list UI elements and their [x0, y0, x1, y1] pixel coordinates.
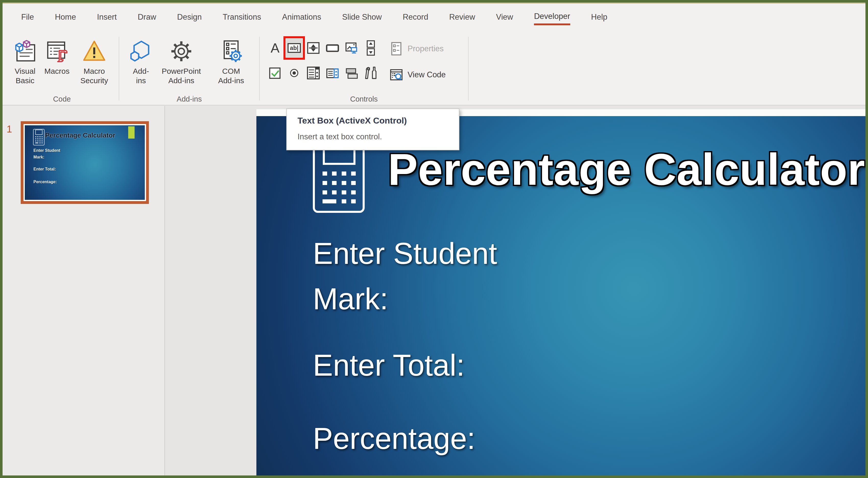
thumbnail-slide-title: Percentage Calculator — [45, 131, 140, 139]
list-box-control-icon — [306, 66, 320, 80]
code-group-label: Code — [5, 95, 119, 103]
app-window: File Home Insert Draw Design Transitions… — [3, 3, 865, 475]
slide-body-text[interactable]: Percentage: — [313, 421, 475, 456]
slide-1-thumbnail[interactable]: Percentage Calculator Enter Student Mark… — [21, 121, 149, 204]
properties-button[interactable]: Properties — [389, 41, 445, 57]
com-add-ins-button[interactable]: COM Add-ins — [207, 36, 256, 85]
view-code-icon — [389, 68, 404, 81]
powerpoint-add-ins-icon — [169, 36, 193, 66]
more-controls-icon — [364, 66, 377, 80]
tab-design[interactable]: Design — [167, 12, 213, 24]
macro-security-icon — [82, 36, 106, 66]
tab-transitions[interactable]: Transitions — [212, 12, 272, 24]
thumbnail-body-text: Percentage: — [33, 180, 57, 184]
calculator-icon — [32, 129, 45, 146]
command-button-control-button[interactable] — [324, 39, 341, 57]
thumbnail-body-text: Mark: — [33, 155, 44, 160]
view-code-label: View Code — [408, 70, 445, 79]
slide-editing-canvas[interactable]: Percentage Calculator Enter Student Mark… — [256, 116, 865, 475]
more-controls-button[interactable] — [363, 64, 379, 82]
slide-body-text[interactable]: Mark: — [313, 282, 388, 316]
window-top-edge — [3, 3, 865, 4]
tab-insert[interactable]: Insert — [87, 12, 127, 24]
tab-review[interactable]: Review — [439, 12, 486, 24]
ribbon-tab-bar: File Home Insert Draw Design Transitions… — [3, 4, 865, 33]
label-control-icon: A — [271, 41, 280, 55]
button-label: Add- ins — [133, 66, 149, 85]
tooltip: Text Box (ActiveX Control) Insert a text… — [286, 108, 459, 150]
tooltip-title: Text Box (ActiveX Control) — [298, 116, 459, 126]
slide-1-thumbnail-preview: Percentage Calculator Enter Student Mark… — [25, 125, 145, 200]
tab-slide-show[interactable]: Slide Show — [332, 12, 392, 24]
visual-basic-button[interactable]: Visual Basic — [9, 36, 41, 85]
highlight-box — [283, 36, 305, 60]
option-button-control-button[interactable] — [286, 64, 302, 82]
slide-number: 1 — [7, 124, 12, 135]
option-button-control-icon — [288, 67, 300, 78]
ribbon-group-addins: Add- ins — [119, 33, 259, 105]
image-control-button[interactable] — [343, 39, 360, 57]
slide-body-text[interactable]: Enter Student — [313, 236, 497, 271]
button-label: PowerPoint Add-ins — [162, 66, 201, 85]
powerpoint-add-ins-button[interactable]: PowerPoint Add-ins — [156, 36, 207, 85]
ribbon: Visual Basic — [3, 33, 865, 105]
textbox-control-button[interactable]: ab| — [286, 39, 302, 57]
scroll-bar-control-button[interactable] — [363, 39, 379, 57]
spin-button-control-icon — [307, 41, 320, 55]
spin-button-control-button[interactable] — [305, 39, 321, 57]
add-ins-icon — [129, 36, 153, 66]
textbox-control-shape — [128, 126, 134, 138]
thumbnail-body-text: Enter Total: — [33, 167, 56, 171]
tab-record[interactable]: Record — [392, 12, 439, 24]
view-code-button[interactable]: View Code — [389, 67, 445, 83]
macros-button[interactable]: Macros — [41, 36, 72, 85]
slide-thumbnail-panel: 1 Percentage Calculator — [3, 106, 165, 475]
addins-group-label: Add-ins — [119, 95, 259, 103]
image-control-icon — [344, 41, 359, 55]
tab-animations[interactable]: Animations — [272, 12, 332, 24]
group-separator — [468, 37, 469, 100]
properties-icon — [389, 41, 404, 56]
frame-control-icon — [345, 66, 358, 79]
tab-home[interactable]: Home — [44, 12, 87, 24]
button-label: COM Add-ins — [218, 66, 244, 85]
macros-icon — [45, 36, 69, 66]
properties-label: Properties — [408, 44, 443, 53]
combo-box-control-icon — [326, 66, 340, 79]
label-control-button[interactable]: A — [267, 39, 283, 57]
button-label: Macro Security — [81, 66, 108, 85]
tab-draw[interactable]: Draw — [127, 12, 166, 24]
tab-file[interactable]: File — [11, 12, 44, 24]
frame-control-button[interactable] — [343, 64, 360, 82]
scroll-bar-control-icon — [367, 40, 375, 56]
button-label: Visual Basic — [14, 66, 35, 85]
thumbnail-body-text: Enter Student — [33, 148, 60, 153]
visual-basic-icon — [13, 36, 37, 66]
command-button-control-icon — [326, 41, 340, 55]
tab-developer[interactable]: Developer — [524, 12, 581, 25]
check-box-control-button[interactable] — [267, 64, 283, 82]
tooltip-description: Insert a text box control. — [298, 132, 459, 141]
tab-help[interactable]: Help — [581, 12, 618, 24]
tab-view[interactable]: View — [486, 12, 524, 24]
ribbon-group-code: Visual Basic — [5, 33, 119, 105]
workspace: 1 Percentage Calculator — [3, 106, 865, 475]
controls-group-label: Controls — [260, 95, 468, 103]
add-ins-button[interactable]: Add- ins — [126, 36, 156, 85]
ribbon-group-controls: A ab| — [260, 33, 468, 105]
macro-security-button[interactable]: Macro Security — [72, 36, 116, 85]
check-box-control-icon — [269, 66, 282, 79]
com-add-ins-icon — [219, 36, 243, 66]
slide-body-text[interactable]: Enter Total: — [313, 348, 465, 383]
combo-box-control-button[interactable] — [324, 64, 341, 82]
list-box-control-button[interactable] — [305, 64, 321, 82]
slide-title[interactable]: Percentage Calculator — [388, 144, 865, 195]
button-label: Macros — [44, 66, 69, 76]
